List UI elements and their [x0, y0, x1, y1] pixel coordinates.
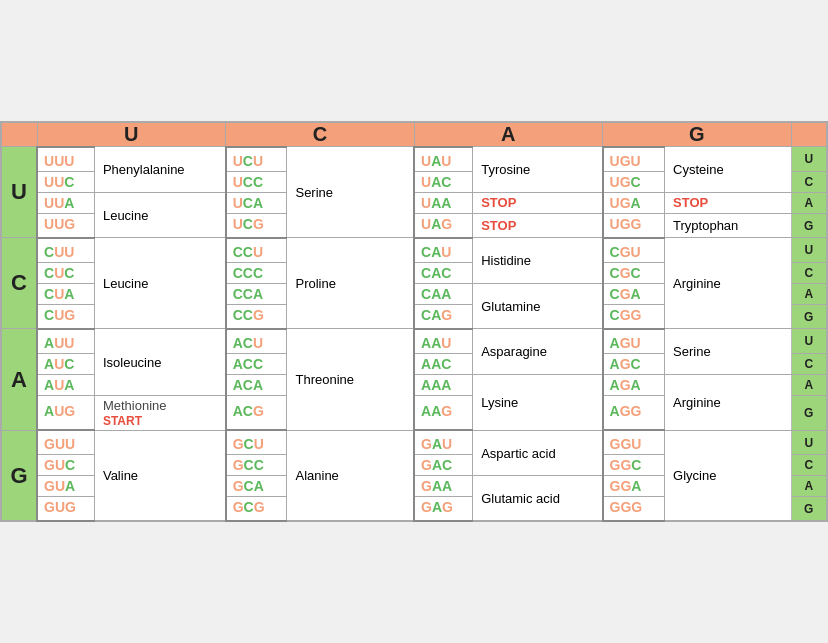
codon-UUC: UUC	[37, 171, 94, 192]
codon-AAC: AAC	[414, 353, 473, 374]
right-label-A-G: G	[791, 395, 827, 430]
codon-GAG: GAG	[414, 497, 473, 522]
row-label-G: G	[1, 430, 37, 521]
codon-CGA: CGA	[603, 283, 665, 304]
codon-GUU: GUU	[37, 430, 94, 455]
codon-GAC: GAC	[414, 455, 473, 476]
codon-UAC: UAC	[414, 171, 473, 192]
amino-valine: Valine	[94, 430, 225, 521]
right-label-G-G: G	[791, 497, 827, 522]
codon-CAU: CAU	[414, 238, 473, 263]
right-label-A-U: U	[791, 329, 827, 354]
codon-CAC: CAC	[414, 262, 473, 283]
right-label-U-A: A	[791, 192, 827, 213]
codon-GUC: GUC	[37, 455, 94, 476]
codon-UAU: UAU	[414, 147, 473, 172]
codon-CAG: CAG	[414, 304, 473, 329]
codon-AUC: AUC	[37, 353, 94, 374]
corner-right-cell	[791, 122, 827, 147]
amino-glycine: Glycine	[665, 430, 791, 521]
amino-cysteine: Cysteine	[665, 147, 791, 193]
row-label-C: C	[1, 238, 37, 329]
codon-CGC: CGC	[603, 262, 665, 283]
codon-UCU: UCU	[226, 147, 287, 172]
codon-UCC: UCC	[226, 171, 287, 192]
codon-UUA: UUA	[37, 192, 94, 213]
right-label-A-C: C	[791, 353, 827, 374]
amino-stop: STOP	[665, 192, 791, 213]
right-label-C-A: A	[791, 283, 827, 304]
codon-ACC: ACC	[226, 353, 287, 374]
amino-histidine: Histidine	[473, 238, 603, 284]
amino-stop: STOP	[473, 192, 603, 213]
codon-GAA: GAA	[414, 476, 473, 497]
row-label-U: U	[1, 147, 37, 238]
right-label-G-U: U	[791, 430, 827, 455]
amino-serine: Serine	[665, 329, 791, 375]
amino-tyrosine: Tyrosine	[473, 147, 603, 193]
codon-UUU: UUU	[37, 147, 94, 172]
codon-UGA: UGA	[603, 192, 665, 213]
codon-UCA: UCA	[226, 192, 287, 213]
codon-UAA: UAA	[414, 192, 473, 213]
amino-arginine: Arginine	[665, 238, 791, 329]
amino-alanine: Alanine	[287, 430, 414, 521]
codon-CCC: CCC	[226, 262, 287, 283]
amino-tryptophan: Tryptophan	[665, 213, 791, 238]
codon-UAG: UAG	[414, 213, 473, 238]
codon-CUC: CUC	[37, 262, 94, 283]
codon-GGC: GGC	[603, 455, 665, 476]
codon-GCA: GCA	[226, 476, 287, 497]
codon-ACA: ACA	[226, 374, 287, 395]
right-label-G-A: A	[791, 476, 827, 497]
codon-UGU: UGU	[603, 147, 665, 172]
codon-AGU: AGU	[603, 329, 665, 354]
codon-GGU: GGU	[603, 430, 665, 455]
header-col-C: C	[226, 122, 414, 147]
codon-GGG: GGG	[603, 497, 665, 522]
header-col-A: A	[414, 122, 602, 147]
amino-lysine: Lysine	[473, 374, 603, 430]
header-col-U: U	[37, 122, 226, 147]
codon-AUG: AUG	[37, 395, 94, 430]
right-label-G-C: C	[791, 455, 827, 476]
codon-GUA: GUA	[37, 476, 94, 497]
codon-UUG: UUG	[37, 213, 94, 238]
amino-isoleucine: Isoleucine	[94, 329, 225, 396]
right-label-C-U: U	[791, 238, 827, 263]
codon-GCG: GCG	[226, 497, 287, 522]
amino-stop: STOP	[473, 213, 603, 238]
codon-CCU: CCU	[226, 238, 287, 263]
codon-AAU: AAU	[414, 329, 473, 354]
codon-AGC: AGC	[603, 353, 665, 374]
amino-methionine-start: MethionineSTART	[94, 395, 225, 430]
codon-CCG: CCG	[226, 304, 287, 329]
codon-CUA: CUA	[37, 283, 94, 304]
codon-GCC: GCC	[226, 455, 287, 476]
right-label-U-G: G	[791, 213, 827, 238]
amino-aspartic-acid: Aspartic acid	[473, 430, 603, 476]
corner-cell	[1, 122, 37, 147]
right-label-C-C: C	[791, 262, 827, 283]
amino-threonine: Threonine	[287, 329, 414, 431]
amino-phenylalanine: Phenylalanine	[94, 147, 225, 193]
right-label-C-G: G	[791, 304, 827, 329]
codon-ACG: ACG	[226, 395, 287, 430]
amino-arginine: Arginine	[665, 374, 791, 430]
row-label-A: A	[1, 329, 37, 431]
amino-asparagine: Asparagine	[473, 329, 603, 375]
codon-AGA: AGA	[603, 374, 665, 395]
codon-AUU: AUU	[37, 329, 94, 354]
codon-GUG: GUG	[37, 497, 94, 522]
codon-AAA: AAA	[414, 374, 473, 395]
amino-serine: Serine	[287, 147, 414, 238]
amino-proline: Proline	[287, 238, 414, 329]
amino-leucine: Leucine	[94, 192, 225, 238]
codon-GGA: GGA	[603, 476, 665, 497]
amino-leucine: Leucine	[94, 238, 225, 329]
right-label-U-U: U	[791, 147, 827, 172]
codon-UCG: UCG	[226, 213, 287, 238]
codon-ACU: ACU	[226, 329, 287, 354]
right-label-A-A: A	[791, 374, 827, 395]
codon-CUG: CUG	[37, 304, 94, 329]
